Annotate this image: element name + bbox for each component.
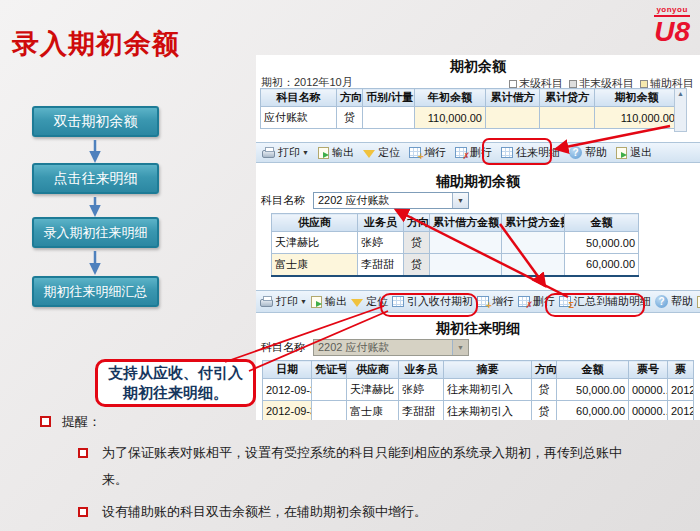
detail-subject-row: 科目名称 2202 应付账款 ▼ — [261, 339, 469, 356]
print-button[interactable]: 打印 ▼ — [262, 145, 309, 160]
cell-operator: 张婷 — [358, 232, 404, 254]
flow-step-4: 期初往来明细汇总 — [32, 276, 159, 307]
cell-bill-date: 2012 — [668, 379, 694, 401]
checkbox-icon — [640, 80, 648, 88]
help-button[interactable]: 帮助 — [569, 145, 607, 160]
subject-combobox-disabled: 2202 应付账款 ▼ — [313, 339, 469, 356]
exit-button[interactable]: 退出 — [616, 145, 652, 160]
table-row[interactable]: 天津赫比 张婷 贷 50,000.00 — [272, 232, 639, 254]
chevron-down-icon[interactable]: ▼ — [302, 149, 309, 156]
cell-year-begin: 110,000.00 — [415, 107, 486, 129]
table-header-row: 日期 凭证号 供应商 业务员 摘要 方向 金额 票号 票 — [263, 361, 694, 379]
logo-product-text: U8 — [654, 18, 690, 46]
print-button[interactable]: 打印 ▼ — [260, 294, 307, 309]
export-icon — [318, 147, 329, 159]
help-button[interactable]: 帮助 — [655, 294, 693, 309]
cell-bill-no: 00000... — [629, 379, 668, 401]
header-cell: 凭证号 — [312, 361, 347, 379]
balance-table: 科目名称 方向 币别/计量 年初余额 累计借方 累计贷方 期初余额 应付账款 贷… — [260, 88, 679, 129]
header-cell: 供应商 — [272, 214, 358, 232]
balance-toolbar: 打印 ▼ 输出 定位 增行 删行 往来明细 — [256, 142, 700, 163]
combobox-arrow-icon: ▼ — [452, 340, 468, 355]
cell-currency — [363, 107, 415, 129]
cell-direction: 贷 — [532, 379, 557, 401]
subject-label: 科目名称 — [261, 193, 305, 208]
add-row-button[interactable]: 增行 — [409, 145, 446, 160]
combobox-arrow-icon[interactable]: ▼ — [452, 193, 468, 208]
header-cell: 方向 — [532, 361, 557, 379]
header-cell: 票号 — [629, 361, 668, 379]
header-cell: 累计借方 — [486, 89, 540, 107]
cell-voucher-no — [312, 379, 347, 401]
cell-subject: 应付账款 — [261, 107, 337, 129]
table-row[interactable]: 应付账款 贷 110,000.00 110,000.00 — [261, 107, 679, 129]
vertical-scrollbar[interactable]: ▲ — [674, 88, 687, 132]
header-cell: 方向 — [337, 89, 363, 107]
header-cell: 币别/计量 — [363, 89, 415, 107]
flow-step-1: 双击期初余额 — [32, 106, 159, 137]
delete-row-button[interactable]: 删行 — [455, 145, 492, 160]
help-icon — [655, 295, 668, 308]
add-row-icon — [409, 147, 421, 158]
table-header-row: 供应商 业务员 方向 累计借方金额 累计贷方金额 金额 — [272, 214, 639, 232]
cell-direction: 贷 — [404, 254, 430, 276]
header-cell: 累计借方金额 — [430, 214, 502, 232]
table-row[interactable]: 富士康 李甜甜 贷 60,000.00 — [272, 254, 639, 276]
export-button[interactable]: 输出 — [311, 294, 347, 309]
summarize-icon — [559, 296, 571, 307]
cell-operator: 李甜甜 — [358, 254, 404, 276]
detail-table: 日期 凭证号 供应商 业务员 摘要 方向 金额 票号 票 2012-09-30 … — [262, 360, 694, 420]
note-item: 设有辅助账的科目双击余额栏，在辅助期初余额中增行。 — [78, 498, 623, 525]
header-cell: 金额 — [557, 361, 629, 379]
aux-table: 供应商 业务员 方向 累计借方金额 累计贷方金额 金额 天津赫比 张婷 贷 50… — [271, 213, 639, 277]
locate-button[interactable]: 定位 — [363, 145, 400, 160]
detail-window-title: 期初往来明细 — [256, 320, 700, 338]
summarize-to-aux-button[interactable]: 汇总到辅助明细 — [559, 294, 651, 309]
table-row[interactable]: 2012-09-30 天津赫比 张婷 往来期初引入 贷 50,000.00 00… — [263, 379, 694, 401]
export-button[interactable]: 输出 — [318, 145, 354, 160]
delete-row-button[interactable]: 删行 — [518, 294, 555, 309]
import-initial-button[interactable]: 引入收付期初 — [392, 294, 473, 309]
cell-accum-credit — [502, 232, 565, 254]
aux-window-title: 辅助期初余额 — [256, 173, 700, 191]
transaction-detail-button[interactable]: 往来明细 — [501, 145, 560, 160]
aux-subject-row: 科目名称 2202 应付账款 ▼ — [261, 192, 469, 209]
exit-icon — [616, 147, 627, 159]
balance-window-title: 期初余额 — [256, 58, 700, 76]
subject-label: 科目名称 — [261, 340, 305, 355]
cell-supplier: 富士康 — [272, 254, 358, 276]
add-row-button[interactable]: 增行 — [477, 294, 514, 309]
flow-step-2: 点击往来明细 — [32, 163, 159, 194]
flow-step-3: 录入期初往来明细 — [32, 217, 159, 248]
locate-button[interactable]: 定位 — [351, 294, 388, 309]
header-cell: 业务员 — [399, 361, 444, 379]
header-cell: 累计贷方金额 — [502, 214, 565, 232]
header-cell: 供应商 — [347, 361, 399, 379]
header-cell: 累计贷方 — [540, 89, 595, 107]
cell-amount: 50,000.00 — [565, 232, 639, 254]
chevron-down-icon[interactable]: ▼ — [300, 298, 307, 305]
cell-supplier: 天津赫比 — [272, 232, 358, 254]
checkbox-icon — [569, 80, 577, 88]
yonyou-u8-logo: yonyou U8 — [654, 6, 690, 46]
page-title: 录入期初余额 — [12, 26, 180, 62]
combobox-value: 2202 应付账款 — [314, 340, 452, 355]
header-cell: 票 — [668, 361, 694, 379]
cell-accum-debit — [430, 254, 502, 276]
cell-supplier: 天津赫比 — [347, 379, 399, 401]
funnel-icon — [351, 299, 363, 307]
cell-accum-credit — [502, 254, 565, 276]
cell-operator: 张婷 — [399, 379, 444, 401]
subject-combobox[interactable]: 2202 应付账款 ▼ — [313, 192, 469, 209]
funnel-icon — [363, 150, 375, 158]
header-cell: 金额 — [565, 214, 639, 232]
cell-summary: 往来期初引入 — [444, 379, 532, 401]
export-icon — [311, 296, 322, 308]
slide: 录入期初余额 yonyou U8 双击期初余额 点击往来明细 录入期初往来明细 … — [0, 0, 700, 531]
add-row-icon — [477, 296, 489, 307]
header-cell: 业务员 — [358, 214, 404, 232]
header-cell: 方向 — [404, 214, 430, 232]
cell-accum-debit — [486, 107, 540, 129]
cell-direction: 贷 — [404, 232, 430, 254]
delete-row-icon — [518, 296, 530, 307]
